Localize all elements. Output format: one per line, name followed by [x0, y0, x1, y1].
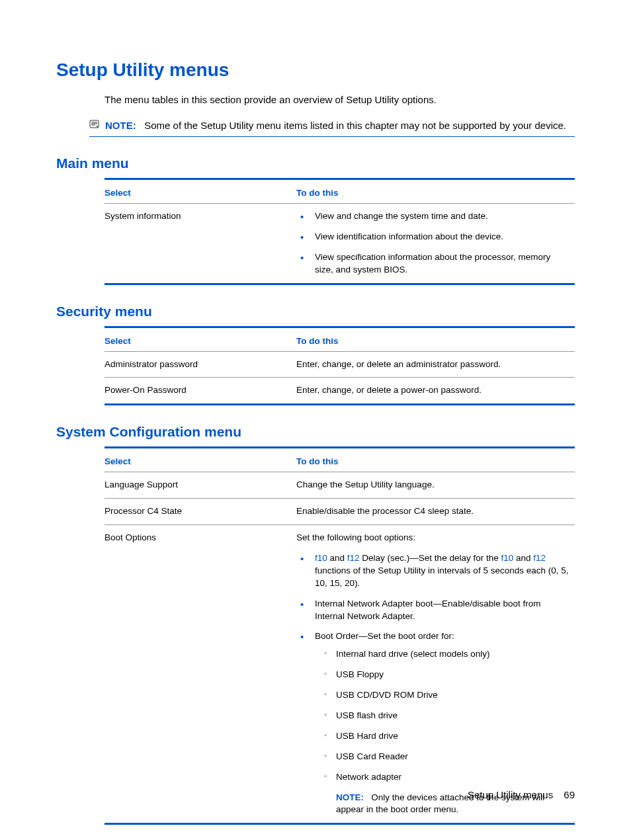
- col-header-select: Select: [105, 179, 296, 204]
- col-header-todo: To do this: [296, 179, 575, 204]
- cell-select: Processor C4 State: [105, 499, 296, 525]
- note-content: NOTE: Some of the Setup Utility menu ite…: [105, 118, 566, 132]
- list-item: USB flash drive: [315, 710, 569, 722]
- list-item: View and change the system time and date…: [296, 210, 569, 223]
- note-label: NOTE:: [105, 120, 136, 131]
- f10-link[interactable]: f10: [501, 553, 513, 563]
- cell-todo: Change the Setup Utility language.: [296, 472, 575, 499]
- cell-select: Language Support: [105, 472, 296, 499]
- table-header-row: Select To do this: [105, 448, 575, 472]
- col-header-todo: To do this: [296, 448, 575, 472]
- table-row: Power-On Password Enter, change, or dele…: [105, 378, 575, 405]
- boot-order-text: Boot Order—Set the boot order for:: [315, 631, 454, 641]
- table-row: Boot Options Set the following boot opti…: [105, 525, 575, 824]
- note-icon: [89, 120, 100, 132]
- col-header-todo: To do this: [296, 327, 575, 351]
- list-item: View specification information about the…: [296, 251, 569, 276]
- footer-title: Setup Utility menus: [468, 789, 553, 800]
- cell-select: Administrator password: [105, 351, 296, 378]
- table-header-row: Select To do this: [105, 327, 575, 351]
- table-header-row: Select To do this: [105, 179, 575, 204]
- table-row: Administrator password Enter, change, or…: [105, 351, 575, 378]
- table-sysconfig-menu: Select To do this Language Support Chang…: [105, 446, 575, 825]
- list-item: USB Card Reader: [315, 751, 569, 763]
- list-item: f10 and f12 Delay (sec.)—Set the delay f…: [296, 552, 569, 590]
- f10-link[interactable]: f10: [315, 553, 327, 563]
- note-label: NOTE:: [336, 792, 364, 802]
- cell-todo: View and change the system time and date…: [296, 204, 575, 284]
- cell-select: System information: [105, 204, 296, 284]
- col-header-select: Select: [105, 448, 296, 472]
- heading-sysconfig-menu: System Configuration menu: [56, 424, 575, 440]
- bullet-list: View and change the system time and date…: [296, 210, 569, 276]
- f12-link[interactable]: f12: [533, 553, 546, 563]
- table-row: Language Support Change the Setup Utilit…: [105, 472, 575, 499]
- table-row: System information View and change the s…: [105, 204, 575, 284]
- cell-select: Power-On Password: [105, 378, 296, 405]
- col-header-select: Select: [105, 327, 296, 351]
- bullet-list: f10 and f12 Delay (sec.)—Set the delay f…: [296, 552, 569, 816]
- table-row: Processor C4 State Enable/disable the pr…: [105, 499, 575, 525]
- boot-intro: Set the following boot options:: [296, 532, 569, 544]
- page-footer: Setup Utility menus 69: [468, 789, 575, 800]
- list-item: USB CD/DVD ROM Drive: [315, 689, 569, 702]
- cell-select: Boot Options: [105, 525, 296, 824]
- cell-todo: Enable/disable the processor C4 sleep st…: [296, 499, 575, 525]
- f12-link[interactable]: f12: [347, 553, 360, 563]
- heading-security-menu: Security menu: [56, 304, 575, 319]
- table-security-menu: Select To do this Administrator password…: [105, 326, 575, 406]
- sub-list: Internal hard drive (select models only)…: [315, 648, 569, 783]
- list-item: Internal hard drive (select models only): [315, 648, 569, 661]
- intro-text: The menu tables in this section provide …: [105, 93, 575, 106]
- list-item: Network adapter: [315, 771, 569, 784]
- cell-todo: Enter, change, or delete an administrato…: [296, 351, 575, 378]
- top-note: NOTE: Some of the Setup Utility menu ite…: [89, 118, 575, 137]
- cell-todo: Enter, change, or delete a power-on pass…: [296, 378, 575, 405]
- heading-main-menu: Main menu: [56, 155, 575, 171]
- list-item: Internal Network Adapter boot—Enable/dis…: [296, 598, 569, 623]
- note-body: Some of the Setup Utility menu items lis…: [144, 120, 566, 131]
- list-item: USB Hard drive: [315, 730, 569, 743]
- list-item: View identification information about th…: [296, 231, 569, 243]
- footer-page-number: 69: [564, 789, 575, 800]
- cell-todo: Set the following boot options: f10 and …: [296, 525, 575, 824]
- table-main-menu: Select To do this System information Vie…: [105, 178, 575, 285]
- list-item: USB Floppy: [315, 669, 569, 681]
- page-title: Setup Utility menus: [56, 60, 575, 81]
